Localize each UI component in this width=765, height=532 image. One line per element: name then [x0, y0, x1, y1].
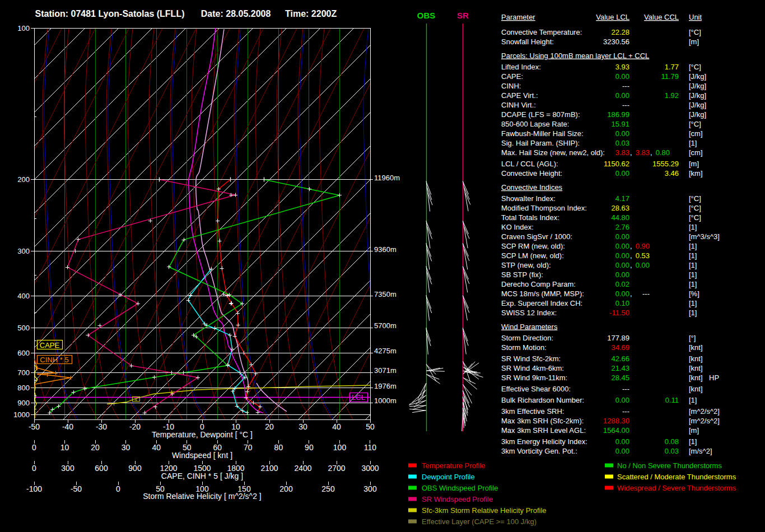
- svg-text:3230.56: 3230.56: [603, 38, 629, 46]
- svg-text:50: 50: [366, 422, 375, 431]
- svg-text:250: 250: [321, 484, 335, 493]
- svg-text:1.77: 1.77: [665, 63, 679, 71]
- svg-text:[m^2/s^2]: [m^2/s^2]: [689, 417, 720, 425]
- svg-text:Convective Temperature:: Convective Temperature:: [501, 28, 582, 36]
- svg-text:CINH:: CINH:: [501, 82, 521, 90]
- svg-text:Unit: Unit: [689, 13, 702, 21]
- svg-text:---: ---: [622, 82, 629, 90]
- svg-text:70: 70: [244, 443, 253, 452]
- svg-text:80: 80: [274, 443, 283, 452]
- svg-text:34.69: 34.69: [611, 343, 629, 352]
- svg-text:Storm Relative Helicity [ m^2: Storm Relative Helicity [ m^2/s^2 ]: [143, 492, 262, 501]
- svg-text:0: 0: [32, 443, 36, 452]
- svg-text:Date: 28.05.2008: Date: 28.05.2008: [201, 9, 271, 18]
- svg-text:3.93: 3.93: [615, 63, 629, 71]
- svg-text:90: 90: [305, 443, 314, 452]
- svg-text:SR Wind 9km-11km:: SR Wind 9km-11km:: [501, 374, 567, 382]
- svg-text:0.00: 0.00: [615, 169, 629, 178]
- svg-text:[°C]: [°C]: [689, 204, 701, 212]
- svg-text:No / Non Severe Thunderstorms: No / Non Severe Thunderstorms: [617, 461, 722, 470]
- svg-text:0.00: 0.00: [615, 129, 629, 138]
- svg-text:Scattered / Moderate Thunderst: Scattered / Moderate Thunderstorms: [617, 473, 736, 481]
- svg-text:---: ---: [642, 290, 650, 298]
- svg-text:SB STP (fix):: SB STP (fix):: [501, 270, 543, 279]
- svg-text:[J/kg]: [J/kg]: [689, 72, 706, 81]
- svg-text:KO Index:: KO Index:: [501, 223, 534, 231]
- svg-text:Effective Shear 6000:: Effective Shear 6000:: [501, 385, 571, 393]
- svg-text:[knt]: [knt]: [689, 374, 703, 382]
- svg-text:186.99: 186.99: [607, 110, 629, 119]
- svg-text:3000: 3000: [361, 464, 379, 473]
- svg-text:0.00: 0.00: [615, 270, 629, 279]
- svg-text:[%]: [%]: [689, 290, 699, 298]
- svg-text:[knt]: [knt]: [689, 385, 703, 393]
- svg-text:[m]: [m]: [689, 38, 699, 46]
- svg-text:[m]: [m]: [689, 160, 699, 168]
- svg-text:[m/s^2]: [m/s^2]: [689, 447, 712, 455]
- svg-text:SR Wind 4km-6km:: SR Wind 4km-6km:: [501, 364, 564, 372]
- svg-text:4.17: 4.17: [615, 194, 629, 203]
- svg-text:0.10: 0.10: [615, 299, 629, 307]
- svg-text:2700: 2700: [328, 464, 345, 473]
- svg-text:[m^3/s^3]: [m^3/s^3]: [689, 232, 720, 241]
- svg-text:[1]: [1]: [689, 299, 697, 307]
- svg-text:[1]: [1]: [689, 280, 697, 288]
- svg-text:Temperature Profile: Temperature Profile: [422, 461, 485, 470]
- svg-text:3.83: 3.83: [615, 148, 629, 157]
- svg-text:0.00: 0.00: [615, 72, 629, 81]
- svg-text:Craven SigSvr / 1000:: Craven SigSvr / 1000:: [501, 232, 572, 241]
- svg-text:,: ,: [630, 242, 632, 250]
- svg-text:CAPE: CAPE: [40, 341, 60, 349]
- svg-text:20: 20: [91, 443, 100, 452]
- svg-text:3km Vorticity Gen. Pot.:: 3km Vorticity Gen. Pot.:: [501, 447, 577, 455]
- svg-text:,: ,: [630, 261, 632, 269]
- svg-text:[°C]: [°C]: [689, 213, 701, 222]
- svg-text:0: 0: [32, 464, 36, 473]
- svg-text:HP: HP: [709, 374, 719, 382]
- svg-text:1.92: 1.92: [665, 91, 679, 100]
- svg-text:0.90: 0.90: [636, 242, 650, 250]
- svg-text:Sfc-3km Storm Relative Helicit: Sfc-3km Storm Relative Helicity Profile: [422, 506, 547, 515]
- svg-text:[°C]: [°C]: [689, 28, 701, 36]
- svg-text:5700m: 5700m: [374, 321, 397, 330]
- svg-text:1555.29: 1555.29: [652, 160, 679, 168]
- svg-text:300: 300: [363, 484, 377, 493]
- svg-text:1000: 1000: [13, 410, 30, 419]
- svg-text:CAPE, CINH * 5 [ J/kg ]: CAPE, CINH * 5 [ J/kg ]: [161, 472, 243, 480]
- svg-text:[m^2/s^2]: [m^2/s^2]: [689, 407, 720, 416]
- svg-text:15.91: 15.91: [611, 120, 629, 128]
- svg-text:0.03: 0.03: [615, 139, 629, 147]
- svg-text:3km Effective SRH:: 3km Effective SRH:: [501, 407, 564, 416]
- svg-text:[°C]: [°C]: [689, 120, 701, 128]
- svg-text:Showalter Index:: Showalter Index:: [501, 194, 556, 203]
- svg-text:44.80: 44.80: [611, 213, 629, 222]
- svg-text:[1]: [1]: [689, 251, 697, 260]
- svg-text:40: 40: [332, 422, 341, 431]
- svg-text:1150.62: 1150.62: [604, 160, 629, 168]
- svg-text:SWISS 12 Index:: SWISS 12 Index:: [501, 309, 557, 317]
- svg-text:0.00: 0.00: [615, 242, 629, 250]
- svg-text:40: 40: [152, 443, 161, 452]
- svg-text:Parcels: Using 100mB mean laye: Parcels: Using 100mB mean layer LCL + CC…: [501, 52, 649, 60]
- svg-text:CINH * 5: CINH * 5: [40, 356, 68, 364]
- svg-text:-50: -50: [29, 422, 40, 431]
- svg-text:[J/kg]: [J/kg]: [689, 82, 706, 90]
- svg-text:0: 0: [116, 484, 120, 493]
- svg-text:1288.30: 1288.30: [603, 417, 629, 425]
- svg-text:SR Wind Sfc-2km:: SR Wind Sfc-2km:: [501, 354, 561, 363]
- svg-text:400: 400: [17, 292, 30, 300]
- svg-text:CINH Virt.:: CINH Virt.:: [501, 101, 536, 109]
- svg-text:Convective Height:: Convective Height:: [501, 169, 562, 178]
- svg-text:1976m: 1976m: [374, 382, 397, 390]
- svg-text:300: 300: [61, 464, 74, 473]
- svg-text:[1]: [1]: [689, 309, 697, 317]
- svg-text:Parameter: Parameter: [501, 13, 535, 21]
- svg-text:SR: SR: [457, 11, 469, 20]
- svg-text:[1]: [1]: [689, 396, 697, 404]
- svg-text:[°C]: [°C]: [689, 194, 701, 203]
- svg-text:850-600 Lapse Rate:: 850-600 Lapse Rate:: [501, 120, 569, 128]
- svg-text:CAPE Virt.:: CAPE Virt.:: [501, 91, 538, 100]
- svg-text:30: 30: [298, 422, 307, 431]
- svg-text:3km Energy Helicity Index:: 3km Energy Helicity Index:: [501, 437, 587, 446]
- svg-text:Max. Hail Size (new, new2, old: Max. Hail Size (new, new2, old):: [501, 148, 605, 157]
